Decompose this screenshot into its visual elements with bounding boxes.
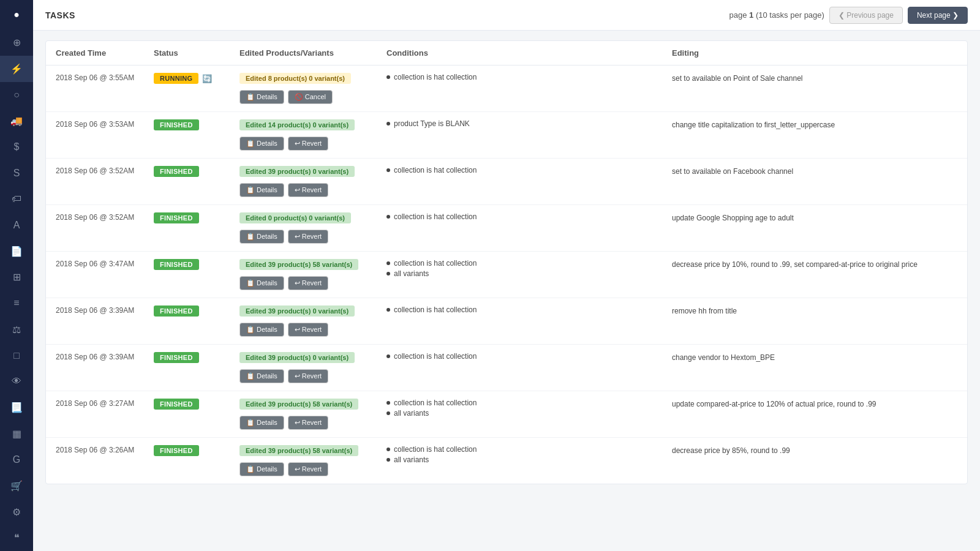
col-conditions: Conditions — [386, 48, 672, 58]
condition-dot — [386, 168, 390, 172]
content-area: Created Time Status Edited Products/Vari… — [33, 31, 980, 551]
action-buttons: 📋 Details↩ Revert — [239, 137, 386, 151]
condition-dot — [386, 215, 390, 219]
status-cell: FINISHED — [154, 259, 239, 270]
settings-icon[interactable]: ⚙ — [0, 499, 33, 525]
pagination-controls: page 1 (10 tasks per page) ❮ Previous pa… — [729, 7, 968, 24]
revert-button[interactable]: ↩ Revert — [288, 416, 328, 430]
details-button[interactable]: 📋 Details — [239, 276, 284, 290]
revert-button[interactable]: ↩ Revert — [288, 323, 328, 337]
revert-button[interactable]: ↩ Revert — [288, 230, 328, 244]
dollar-icon[interactable]: $ — [0, 134, 33, 160]
col-edited: Edited Products/Variants — [239, 48, 386, 58]
page-title: TASKS — [45, 10, 75, 20]
revert-button[interactable]: ↩ Revert — [288, 137, 328, 151]
table-row: 2018 Sep 06 @ 3:55AMRUNNING🔄Edited 8 pro… — [46, 66, 967, 112]
status-badge: FINISHED — [154, 305, 199, 317]
editing-cell: decrease price by 10%, round to .99, set… — [672, 259, 957, 270]
dollar2-icon[interactable]: S — [0, 160, 33, 186]
details-button[interactable]: 📋 Details — [239, 462, 284, 476]
details-button[interactable]: 📋 Details — [239, 416, 284, 430]
status-badge: FINISHED — [154, 399, 199, 410]
details-button[interactable]: 📋 Details — [239, 183, 284, 197]
created-time-cell: 2018 Sep 06 @ 3:27AM — [56, 399, 154, 409]
status-cell: FINISHED — [154, 212, 239, 223]
status-badge: FINISHED — [154, 259, 199, 270]
editing-cell: set to available on Facebook channel — [672, 166, 957, 177]
condition-text: collection is hat collection — [394, 399, 477, 407]
editing-cell: set to available on Point of Sale channe… — [672, 73, 957, 84]
status-badge: RUNNING — [154, 73, 198, 84]
condition-text: collection is hat collection — [394, 166, 477, 174]
status-cell: FINISHED — [154, 119, 239, 130]
condition-dot — [386, 122, 390, 126]
scale-icon[interactable]: ⚖ — [0, 317, 33, 343]
details-button[interactable]: 📋 Details — [239, 90, 284, 104]
condition-text: product Type is BLANK — [394, 119, 470, 128]
edit-badge: Edited 0 product(s) 0 variant(s) — [239, 212, 351, 223]
text-icon[interactable]: A — [0, 212, 33, 238]
g-icon[interactable]: G — [0, 447, 33, 473]
action-buttons: 📋 Details🚫 Cancel — [239, 90, 386, 104]
condition-dot — [386, 261, 390, 265]
editing-cell: update compared-at-price to 120% of actu… — [672, 399, 957, 410]
doc-icon[interactable]: 📄 — [0, 238, 33, 264]
action-buttons: 📋 Details↩ Revert — [239, 462, 386, 476]
condition-text: collection is hat collection — [394, 259, 477, 268]
pagination-info: page 1 (10 tasks per page) — [729, 10, 824, 20]
created-time-cell: 2018 Sep 06 @ 3:47AM — [56, 259, 154, 269]
lightning-icon[interactable]: ⚡ — [0, 56, 33, 82]
home-icon[interactable]: ⊕ — [0, 29, 33, 56]
main-content: TASKS page 1 (10 tasks per page) ❮ Previ… — [33, 0, 980, 551]
details-button[interactable]: 📋 Details — [239, 230, 284, 244]
condition-item: collection is hat collection — [386, 399, 672, 407]
condition-item: collection is hat collection — [386, 259, 672, 268]
edit-badge: Edited 8 product(s) 0 variant(s) — [239, 73, 351, 84]
action-buttons: 📋 Details↩ Revert — [239, 230, 386, 244]
page-icon[interactable]: 📃 — [0, 394, 33, 421]
details-button[interactable]: 📋 Details — [239, 323, 284, 337]
condition-item: collection is hat collection — [386, 73, 672, 81]
eye-icon[interactable]: 👁 — [0, 369, 33, 395]
table-row: 2018 Sep 06 @ 3:52AMFINISHEDEdited 39 pr… — [46, 159, 967, 205]
created-time-cell: 2018 Sep 06 @ 3:53AM — [56, 119, 154, 130]
conditions-cell: collection is hat collection — [386, 73, 672, 83]
status-badge: FINISHED — [154, 445, 199, 456]
status-badge: FINISHED — [154, 166, 199, 177]
conditions-cell: collection is hat collection — [386, 212, 672, 223]
details-button[interactable]: 📋 Details — [239, 137, 284, 151]
condition-dot — [386, 411, 390, 415]
condition-text: all variants — [394, 455, 429, 464]
tag-icon[interactable]: 🏷 — [0, 186, 33, 212]
table-icon[interactable]: ≡ — [0, 290, 33, 317]
status-cell: RUNNING🔄 — [154, 73, 239, 84]
condition-text: all variants — [394, 269, 429, 278]
conditions-cell: collection is hat collection — [386, 352, 672, 362]
revert-button[interactable]: ↩ Revert — [288, 183, 328, 197]
barcode-icon[interactable]: ▦ — [0, 421, 33, 447]
condition-dot — [386, 308, 390, 312]
details-button[interactable]: 📋 Details — [239, 369, 284, 383]
sidebar-logo: ● — [0, 0, 33, 29]
status-badge: FINISHED — [154, 119, 199, 130]
grid-icon[interactable]: ⊞ — [0, 264, 33, 291]
condition-dot — [386, 401, 390, 405]
prev-page-button[interactable]: ❮ Previous page — [829, 7, 903, 24]
truck-icon[interactable]: 🚚 — [0, 108, 33, 134]
condition-dot — [386, 458, 390, 462]
cart-icon[interactable]: 🛒 — [0, 473, 33, 499]
refresh-icon[interactable]: 🔄 — [202, 74, 212, 83]
quote-icon[interactable]: ❝ — [0, 525, 33, 551]
cancel-button[interactable]: 🚫 Cancel — [288, 90, 333, 104]
revert-button[interactable]: ↩ Revert — [288, 369, 328, 383]
status-badge: FINISHED — [154, 352, 199, 363]
action-buttons: 📋 Details↩ Revert — [239, 276, 386, 290]
edited-products-cell: Edited 39 product(s) 58 variant(s)📋 Deta… — [239, 399, 386, 430]
edited-products-cell: Edited 39 product(s) 0 variant(s)📋 Detai… — [239, 166, 386, 197]
box-icon[interactable]: □ — [0, 342, 33, 369]
revert-button[interactable]: ↩ Revert — [288, 276, 328, 290]
next-page-button[interactable]: Next page ❯ — [908, 7, 968, 24]
condition-dot — [386, 272, 390, 276]
revert-button[interactable]: ↩ Revert — [288, 462, 328, 476]
circle-icon[interactable]: ○ — [0, 82, 33, 108]
